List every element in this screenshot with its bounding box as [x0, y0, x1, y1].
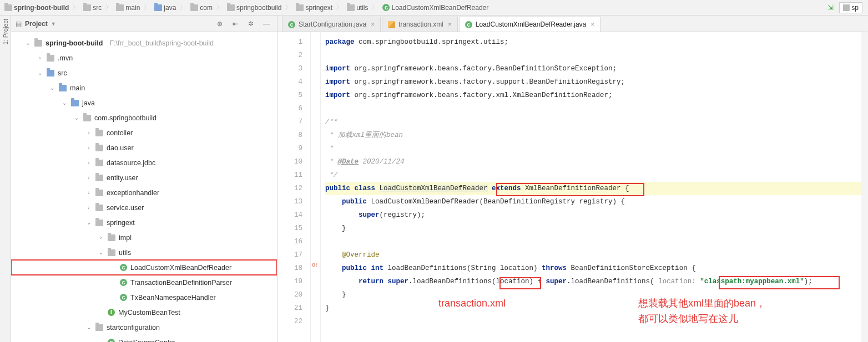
breadcrumb-label: com [200, 4, 213, 12]
tree-node[interactable]: TransactionBeanDefinitionParser [11, 275, 277, 290]
tree-node[interactable]: ⌄spring-boot-buildF:\frr_boot_build\spri… [11, 35, 277, 50]
tree-node[interactable]: ⌄src [11, 65, 277, 80]
tree-node[interactable]: TxBeanNamespaceHandler [11, 290, 277, 305]
folder-blue-icon [59, 85, 67, 91]
breadcrumb-item[interactable]: LoadCustomXmlBeanDefReader [380, 0, 494, 16]
locate-icon[interactable]: ⊕ [214, 18, 226, 30]
tree-node-label: service.user [107, 204, 144, 212]
tree-node[interactable]: ›entity.user [11, 170, 277, 185]
breadcrumb-label: utils [356, 4, 368, 12]
tree-node[interactable]: ⌄springext [11, 215, 277, 230]
tree-node[interactable]: MyCustomBeanTest [11, 305, 277, 320]
breadcrumb-item[interactable]: com [188, 0, 225, 16]
folder-icon [83, 4, 91, 11]
tree-node[interactable]: ⌄startconfiguration [11, 320, 277, 335]
chevron-icon[interactable]: ⌄ [61, 100, 68, 106]
breadcrumb-label: LoadCustomXmlBeanDefReader [391, 4, 488, 12]
close-icon[interactable]: × [448, 21, 452, 28]
editor-tab[interactable]: StartConfiguration.java× [282, 17, 381, 32]
project-panel-header: ▤ Project ▼ ⊕ ⇤ ✲ — [11, 16, 277, 32]
tree-node-label: utils [119, 249, 131, 257]
chevron-icon[interactable]: ⌄ [37, 70, 43, 76]
tree-node[interactable]: ›datasource.jdbc [11, 155, 277, 170]
tree-node[interactable]: ⌄com.springbootbuild [11, 110, 277, 125]
vertical-scrollbar[interactable] [861, 32, 868, 342]
project-panel: ▤ Project ▼ ⊕ ⇤ ✲ — ⌄spring-boot-buildF:… [11, 16, 277, 342]
gutter-icons: o↑ [311, 32, 321, 342]
tree-node[interactable]: LoadCustomXmlBeanDefReader [11, 260, 277, 275]
chevron-icon[interactable]: › [85, 205, 92, 211]
editor-tab[interactable]: transaction.xml× [382, 17, 458, 32]
folder-icon [95, 205, 103, 211]
tool-window-stripe: 1: Project [0, 16, 11, 342]
tree-node[interactable]: ›contoller [11, 125, 277, 140]
gear-icon[interactable]: ✲ [245, 18, 257, 30]
xml-icon [388, 21, 395, 28]
chevron-icon[interactable]: ⌄ [49, 85, 55, 91]
tree-node-label: TxBeanNamespaceHandler [130, 294, 216, 302]
breadcrumb-item[interactable]: src [81, 0, 114, 16]
folder-icon [347, 4, 355, 11]
folder-icon [227, 4, 235, 11]
folder-icon [116, 4, 124, 11]
tree-node[interactable]: ›exceptionhandler [11, 185, 277, 200]
chevron-icon[interactable]: › [85, 145, 92, 151]
breadcrumb-item[interactable]: main [114, 0, 152, 16]
chevron-icon[interactable]: ⌄ [98, 249, 104, 256]
close-icon[interactable]: × [371, 21, 375, 28]
breadcrumb-label: main [125, 4, 140, 12]
tree-node[interactable]: ⌄main [11, 80, 277, 95]
chevron-icon[interactable]: › [98, 234, 104, 241]
tree-node[interactable]: ›service.user [11, 200, 277, 215]
folder-icon [95, 220, 103, 226]
right-toolbar-button[interactable]: sp [839, 2, 862, 13]
collapse-icon[interactable]: ⇤ [229, 18, 241, 30]
tree-node-hint: F:\frr_boot_build\spring-boot-build [109, 39, 214, 47]
chevron-icon[interactable]: ⌄ [85, 324, 92, 330]
tree-node[interactable]: ›impl [11, 230, 277, 245]
code-content[interactable]: package com.springbootbuild.springext.ut… [321, 32, 868, 342]
chevron-icon[interactable]: › [85, 175, 92, 181]
project-tool-window-button[interactable]: 1: Project [1, 16, 10, 48]
tab-label: StartConfiguration.java [299, 21, 366, 28]
breadcrumb-item[interactable]: utils [345, 0, 380, 16]
breadcrumb-item[interactable]: springbootbuild [225, 0, 294, 16]
folder-icon [47, 55, 54, 62]
override-icon[interactable]: o↑ [312, 261, 319, 268]
class-icon [288, 21, 295, 28]
editor-tab[interactable]: LoadCustomXmlBeanDefReader.java× [459, 17, 600, 32]
class-icon [465, 21, 472, 28]
tree-node-label: contoller [107, 129, 133, 137]
tree-node[interactable]: ⌄java [11, 95, 277, 110]
chevron-icon[interactable]: ⌄ [85, 220, 92, 226]
tree-node[interactable]: ›.mvn [11, 50, 277, 65]
tree-node-label: spring-boot-build [46, 39, 103, 47]
chevron-icon[interactable]: › [85, 190, 92, 196]
project-tree[interactable]: ⌄spring-boot-buildF:\frr_boot_build\spri… [11, 32, 277, 342]
class-icon [120, 264, 127, 271]
chevron-icon[interactable]: ⌄ [24, 40, 31, 46]
editor-tabs: StartConfiguration.java×transaction.xml×… [277, 16, 868, 32]
class-icon [120, 294, 127, 301]
folder-icon [95, 324, 103, 331]
breadcrumb-item[interactable]: springext [294, 0, 345, 16]
breadcrumb-item[interactable]: java [152, 0, 188, 16]
chevron-icon[interactable]: › [85, 160, 92, 166]
project-panel-title: Project [25, 20, 48, 28]
folder-blue-icon [71, 100, 79, 106]
close-icon[interactable]: × [591, 21, 594, 28]
tree-node-label: java [82, 99, 95, 107]
chevron-icon[interactable]: › [37, 55, 43, 61]
class-icon [108, 339, 115, 342]
chevron-icon[interactable]: › [85, 130, 92, 136]
tree-node-label: MyCustomBeanTest [118, 309, 180, 317]
chevron-icon[interactable]: ⌄ [73, 115, 80, 121]
build-icon[interactable]: ⇲ [827, 3, 834, 12]
tree-node-label: src [58, 69, 67, 77]
tree-node[interactable]: ⌄utils [11, 245, 277, 260]
breadcrumb-label: src [93, 4, 102, 12]
hide-icon[interactable]: — [260, 18, 272, 30]
tree-node[interactable]: DataSourceConfig [11, 335, 277, 342]
tree-node[interactable]: ›dao.user [11, 140, 277, 155]
breadcrumb-item[interactable]: spring-boot-build [2, 0, 81, 16]
